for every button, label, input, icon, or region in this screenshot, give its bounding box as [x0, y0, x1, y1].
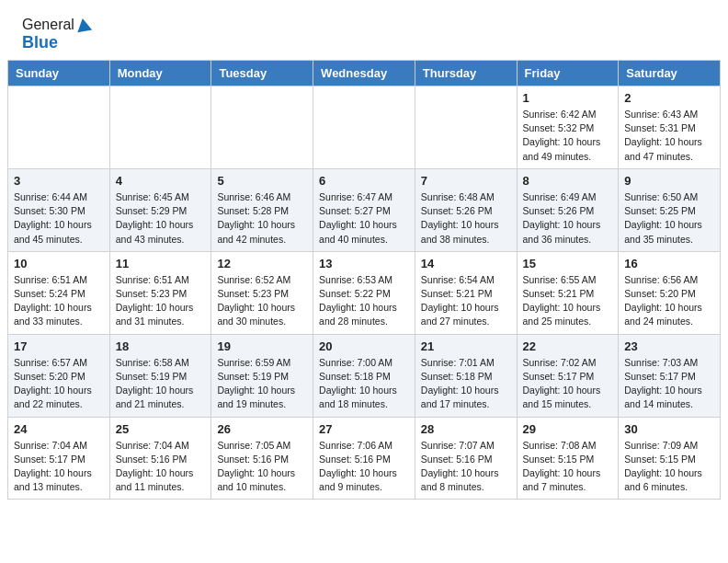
day-info: Sunrise: 6:57 AMSunset: 5:20 PMDaylight:… — [14, 356, 104, 412]
day-info: Sunrise: 6:44 AMSunset: 5:30 PMDaylight:… — [14, 190, 104, 247]
day-info: Sunrise: 7:04 AMSunset: 5:16 PMDaylight:… — [116, 439, 206, 495]
day-number: 4 — [116, 174, 206, 188]
day-cell — [211, 86, 313, 169]
day-number: 16 — [624, 257, 714, 270]
logo-triangle-icon — [75, 17, 92, 33]
day-info: Sunrise: 6:54 AMSunset: 5:21 PMDaylight:… — [421, 273, 511, 329]
day-number: 1 — [523, 91, 613, 105]
day-cell — [8, 86, 110, 169]
day-info: Sunrise: 7:03 AMSunset: 5:17 PMDaylight:… — [624, 356, 714, 412]
day-number: 6 — [319, 174, 409, 188]
day-cell: 20Sunrise: 7:00 AMSunset: 5:18 PMDayligh… — [313, 334, 415, 417]
day-cell: 3Sunrise: 6:44 AMSunset: 5:30 PMDaylight… — [8, 168, 110, 251]
day-number: 22 — [523, 339, 613, 353]
day-info: Sunrise: 6:49 AMSunset: 5:26 PMDaylight:… — [523, 190, 613, 247]
weekday-header-row: SundayMondayTuesdayWednesdayThursdayFrid… — [8, 61, 721, 86]
calendar-table: SundayMondayTuesdayWednesdayThursdayFrid… — [7, 60, 721, 500]
day-cell — [415, 86, 517, 169]
day-number: 14 — [421, 257, 511, 270]
day-info: Sunrise: 7:06 AMSunset: 5:16 PMDaylight:… — [319, 439, 409, 495]
day-cell: 29Sunrise: 7:08 AMSunset: 5:15 PMDayligh… — [517, 417, 619, 500]
day-number: 13 — [319, 257, 409, 270]
day-number: 21 — [421, 339, 511, 353]
day-number: 18 — [116, 339, 206, 353]
day-number: 30 — [624, 422, 714, 436]
day-info: Sunrise: 7:05 AMSunset: 5:16 PMDaylight:… — [217, 439, 307, 495]
day-number: 23 — [624, 339, 714, 353]
day-cell: 14Sunrise: 6:54 AMSunset: 5:21 PMDayligh… — [415, 251, 517, 334]
day-info: Sunrise: 6:43 AMSunset: 5:31 PMDaylight:… — [624, 108, 714, 164]
day-cell — [313, 86, 415, 169]
day-info: Sunrise: 7:00 AMSunset: 5:18 PMDaylight:… — [319, 356, 409, 412]
day-cell: 7Sunrise: 6:48 AMSunset: 5:26 PMDaylight… — [415, 168, 517, 251]
weekday-saturday: Saturday — [619, 61, 721, 86]
day-info: Sunrise: 6:42 AMSunset: 5:32 PMDaylight:… — [523, 108, 613, 164]
day-info: Sunrise: 6:45 AMSunset: 5:29 PMDaylight:… — [116, 190, 206, 247]
day-number: 25 — [116, 422, 206, 436]
day-cell: 4Sunrise: 6:45 AMSunset: 5:29 PMDaylight… — [109, 168, 211, 251]
logo-blue-text: Blue — [22, 33, 58, 52]
day-number: 19 — [217, 339, 307, 353]
day-number: 28 — [421, 422, 511, 436]
day-info: Sunrise: 6:47 AMSunset: 5:27 PMDaylight:… — [319, 190, 409, 247]
page-header: General Blue — [0, 0, 728, 60]
day-info: Sunrise: 7:09 AMSunset: 5:15 PMDaylight:… — [624, 439, 714, 495]
day-info: Sunrise: 6:51 AMSunset: 5:24 PMDaylight:… — [14, 273, 104, 329]
day-cell — [109, 86, 211, 169]
day-cell: 21Sunrise: 7:01 AMSunset: 5:18 PMDayligh… — [415, 334, 517, 417]
day-cell: 2Sunrise: 6:43 AMSunset: 5:31 PMDaylight… — [619, 86, 721, 169]
day-number: 12 — [217, 257, 307, 270]
day-info: Sunrise: 6:58 AMSunset: 5:19 PMDaylight:… — [116, 356, 206, 412]
day-info: Sunrise: 6:53 AMSunset: 5:22 PMDaylight:… — [319, 273, 409, 329]
week-row-4: 17Sunrise: 6:57 AMSunset: 5:20 PMDayligh… — [8, 334, 721, 417]
day-number: 11 — [116, 257, 206, 270]
calendar-wrapper: SundayMondayTuesdayWednesdayThursdayFrid… — [0, 60, 728, 507]
weekday-monday: Monday — [109, 61, 211, 86]
weekday-tuesday: Tuesday — [211, 61, 313, 86]
day-cell: 1Sunrise: 6:42 AMSunset: 5:32 PMDaylight… — [517, 86, 619, 169]
day-info: Sunrise: 6:55 AMSunset: 5:21 PMDaylight:… — [523, 273, 613, 329]
weekday-wednesday: Wednesday — [313, 61, 415, 86]
day-number: 26 — [217, 422, 307, 436]
day-info: Sunrise: 7:08 AMSunset: 5:15 PMDaylight:… — [523, 439, 613, 495]
day-cell: 13Sunrise: 6:53 AMSunset: 5:22 PMDayligh… — [313, 251, 415, 334]
day-info: Sunrise: 7:07 AMSunset: 5:16 PMDaylight:… — [421, 439, 511, 495]
day-number: 24 — [14, 422, 104, 436]
day-cell: 26Sunrise: 7:05 AMSunset: 5:16 PMDayligh… — [211, 417, 313, 500]
day-cell: 22Sunrise: 7:02 AMSunset: 5:17 PMDayligh… — [517, 334, 619, 417]
day-cell: 18Sunrise: 6:58 AMSunset: 5:19 PMDayligh… — [109, 334, 211, 417]
day-info: Sunrise: 6:56 AMSunset: 5:20 PMDaylight:… — [624, 273, 714, 329]
day-number: 29 — [523, 422, 613, 436]
day-cell: 6Sunrise: 6:47 AMSunset: 5:27 PMDaylight… — [313, 168, 415, 251]
week-row-5: 24Sunrise: 7:04 AMSunset: 5:17 PMDayligh… — [8, 417, 721, 500]
logo-general-text: General — [22, 17, 74, 33]
day-number: 5 — [217, 174, 307, 188]
day-cell: 27Sunrise: 7:06 AMSunset: 5:16 PMDayligh… — [313, 417, 415, 500]
day-number: 17 — [14, 339, 104, 353]
day-number: 20 — [319, 339, 409, 353]
day-info: Sunrise: 6:59 AMSunset: 5:19 PMDaylight:… — [217, 356, 307, 412]
day-info: Sunrise: 7:04 AMSunset: 5:17 PMDaylight:… — [14, 439, 104, 495]
day-cell: 12Sunrise: 6:52 AMSunset: 5:23 PMDayligh… — [211, 251, 313, 334]
week-row-1: 1Sunrise: 6:42 AMSunset: 5:32 PMDaylight… — [8, 86, 721, 169]
day-cell: 10Sunrise: 6:51 AMSunset: 5:24 PMDayligh… — [8, 251, 110, 334]
day-cell: 9Sunrise: 6:50 AMSunset: 5:25 PMDaylight… — [619, 168, 721, 251]
day-cell: 15Sunrise: 6:55 AMSunset: 5:21 PMDayligh… — [517, 251, 619, 334]
day-info: Sunrise: 7:01 AMSunset: 5:18 PMDaylight:… — [421, 356, 511, 412]
day-number: 8 — [523, 174, 613, 188]
day-cell: 30Sunrise: 7:09 AMSunset: 5:15 PMDayligh… — [619, 417, 721, 500]
day-cell: 24Sunrise: 7:04 AMSunset: 5:17 PMDayligh… — [8, 417, 110, 500]
day-cell: 5Sunrise: 6:46 AMSunset: 5:28 PMDaylight… — [211, 168, 313, 251]
day-cell: 11Sunrise: 6:51 AMSunset: 5:23 PMDayligh… — [109, 251, 211, 334]
day-number: 27 — [319, 422, 409, 436]
day-number: 2 — [624, 91, 714, 105]
day-cell: 8Sunrise: 6:49 AMSunset: 5:26 PMDaylight… — [517, 168, 619, 251]
day-cell: 25Sunrise: 7:04 AMSunset: 5:16 PMDayligh… — [109, 417, 211, 500]
day-info: Sunrise: 6:52 AMSunset: 5:23 PMDaylight:… — [217, 273, 307, 329]
weekday-sunday: Sunday — [8, 61, 110, 86]
day-cell: 23Sunrise: 7:03 AMSunset: 5:17 PMDayligh… — [619, 334, 721, 417]
day-info: Sunrise: 6:48 AMSunset: 5:26 PMDaylight:… — [421, 190, 511, 247]
day-cell: 16Sunrise: 6:56 AMSunset: 5:20 PMDayligh… — [619, 251, 721, 334]
logo: General Blue — [22, 17, 91, 52]
day-info: Sunrise: 6:46 AMSunset: 5:28 PMDaylight:… — [217, 190, 307, 247]
